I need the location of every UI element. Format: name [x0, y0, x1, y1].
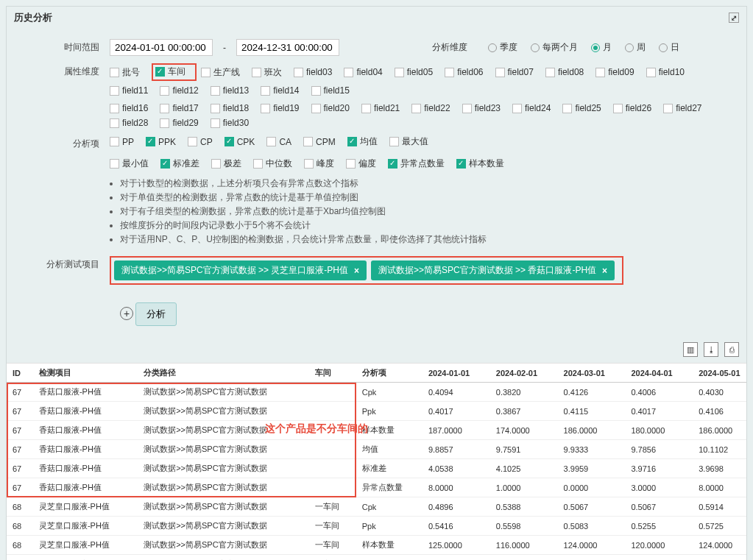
checkbox-min[interactable]: 最小值 — [110, 157, 149, 170]
checkbox-range[interactable]: 极差 — [211, 157, 241, 170]
checkbox-median[interactable]: 中位数 — [253, 157, 292, 170]
checkbox-f26[interactable]: field26 — [613, 103, 651, 113]
table-row: 68灵芝皇口服液-PH值测试数据>>简易SPC官方测试数据一车间均值11.781… — [7, 555, 746, 561]
table-header: 2024-05-01 — [693, 364, 746, 383]
checkbox-f17[interactable]: field17 — [160, 103, 198, 113]
checkbox-ca[interactable]: CA — [266, 137, 291, 147]
export-icon[interactable]: ⭳ — [704, 342, 718, 357]
checkbox-f03[interactable]: field03 — [294, 67, 332, 77]
tags-annotation-box: 测试数据>>简易SPC官方测试数据 >> 灵芝皇口服液-PH值×测试数据>>简易… — [110, 256, 623, 285]
checkbox-abn[interactable]: 异常点数量 — [388, 157, 445, 170]
tag-close-icon[interactable]: × — [354, 266, 359, 276]
date-dash: - — [223, 43, 226, 53]
checkbox-f19[interactable]: field19 — [261, 103, 299, 113]
checkbox-f04[interactable]: field04 — [344, 67, 382, 77]
expand-icon[interactable]: ⤢ — [729, 13, 739, 23]
checkbox-f10[interactable]: field10 — [646, 67, 685, 77]
checkbox-f23[interactable]: field23 — [462, 103, 501, 113]
checkbox-std[interactable]: 标准差 — [160, 157, 199, 170]
radio-quarter[interactable]: 季度 — [488, 41, 517, 54]
table-row: 67香菇口服液-PH值测试数据>>简易SPC官方测试数据Ppk0.40170.3… — [7, 402, 746, 421]
checkbox-f06[interactable]: field06 — [445, 67, 483, 77]
print-icon[interactable]: ⎙ — [724, 342, 739, 357]
attr-dim-label: 属性维度 — [36, 63, 110, 78]
checkbox-skew[interactable]: 偏度 — [346, 157, 376, 170]
table-header: 分析项 — [356, 364, 423, 383]
radio-week[interactable]: 周 — [625, 41, 646, 54]
checkbox-max[interactable]: 最大值 — [389, 135, 428, 148]
analyze-button[interactable]: 分析 — [135, 302, 177, 326]
tag-0[interactable]: 测试数据>>简易SPC官方测试数据 >> 灵芝皇口服液-PH值× — [114, 260, 367, 280]
table-row: 68灵芝皇口服液-PH值测试数据>>简易SPC官方测试数据一车间Cpk0.489… — [7, 497, 746, 517]
table-row: 67香菇口服液-PH值测试数据>>简易SPC官方测试数据异常点数量8.00001… — [7, 478, 746, 497]
annotation-text: 这个产品是不分车间的 — [265, 422, 368, 436]
table-header: 2024-02-01 — [490, 364, 558, 383]
table-row: 67香菇口服液-PH值测试数据>>简易SPC官方测试数据Cpk0.40940.3… — [7, 383, 746, 402]
checkbox-cpk[interactable]: CPK — [225, 137, 255, 147]
table-row: 67香菇口服液-PH值测试数据>>简易SPC官方测试数据标准差4.05384.1… — [7, 459, 746, 478]
checkbox-f12[interactable]: field12 — [160, 85, 198, 96]
tag-1[interactable]: 测试数据>>简易SPC官方测试数据 >> 香菇口服液-PH值× — [371, 260, 615, 280]
checkbox-f05[interactable]: field05 — [395, 67, 433, 77]
items-label: 分析测试项目 — [36, 256, 110, 271]
checkbox-cp[interactable]: CP — [188, 137, 213, 147]
table-header: 2024-03-01 — [558, 364, 626, 383]
date-from-input[interactable] — [110, 39, 213, 56]
table-header: 2024-01-01 — [423, 364, 490, 383]
checkbox-f29[interactable]: field29 — [160, 118, 198, 128]
page-title: 历史分析 — [14, 11, 52, 24]
barcode-icon[interactable]: ▥ — [683, 342, 698, 357]
checkbox-f15[interactable]: field15 — [311, 85, 350, 96]
tag-close-icon[interactable]: × — [602, 266, 607, 276]
dimension-label: 分析维度 — [432, 41, 467, 54]
checkbox-f24[interactable]: field24 — [512, 103, 551, 113]
table-header: 检测项目 — [33, 364, 138, 383]
table-row: 68灵芝皇口服液-PH值测试数据>>简易SPC官方测试数据一车间Ppk0.541… — [7, 517, 746, 536]
checkbox-f28[interactable]: field28 — [110, 118, 148, 128]
table-row: 67香菇口服液-PH值测试数据>>简易SPC官方测试数据样本数量187.0000… — [7, 421, 746, 440]
checkbox-batch[interactable]: 批号 — [110, 66, 140, 79]
checkbox-shift[interactable]: 班次 — [252, 66, 282, 79]
metric-label: 分析项 — [36, 135, 110, 150]
table-header: 车间 — [309, 364, 356, 383]
checkbox-samp[interactable]: 样本数量 — [456, 157, 504, 170]
radio-month[interactable]: 月 — [591, 41, 612, 54]
table-row: 67香菇口服液-PH值测试数据>>简易SPC官方测试数据均值9.88579.75… — [7, 440, 746, 459]
table-row: 68灵芝皇口服液-PH值测试数据>>简易SPC官方测试数据一车间样本数量125.… — [7, 536, 746, 555]
time-range-label: 时间范围 — [36, 39, 110, 54]
add-item-button[interactable]: + — [120, 307, 133, 320]
checkbox-f18[interactable]: field18 — [211, 103, 249, 113]
notes-list: 对于计数型的检测数据，上述分析项只会有异常点数这个指标对于单值类型的检测数据，异… — [120, 177, 717, 246]
checkbox-f22[interactable]: field22 — [411, 103, 450, 113]
checkbox-f07[interactable]: field07 — [495, 67, 534, 77]
checkbox-workshop[interactable]: 车间 — [155, 65, 185, 78]
checkbox-cpm[interactable]: CPM — [303, 137, 336, 147]
checkbox-f13[interactable]: field13 — [211, 85, 249, 96]
checkbox-f08[interactable]: field08 — [545, 67, 584, 77]
radio-bimonth[interactable]: 每两个月 — [531, 41, 578, 54]
checkbox-f20[interactable]: field20 — [311, 103, 350, 113]
radio-day[interactable]: 日 — [659, 41, 679, 54]
checkbox-f11[interactable]: field11 — [110, 85, 148, 96]
checkbox-f14[interactable]: field14 — [261, 85, 299, 96]
checkbox-f09[interactable]: field09 — [595, 67, 634, 77]
checkbox-f25[interactable]: field25 — [562, 103, 601, 113]
table-header: ID — [7, 364, 33, 383]
date-to-input[interactable] — [236, 39, 339, 56]
checkbox-pp[interactable]: PP — [110, 137, 134, 147]
checkbox-mean[interactable]: 均值 — [347, 135, 378, 148]
checkbox-f30[interactable]: field30 — [211, 118, 249, 128]
checkbox-f16[interactable]: field16 — [110, 103, 148, 113]
table-header: 分类路径 — [138, 364, 309, 383]
checkbox-f21[interactable]: field21 — [361, 103, 400, 113]
checkbox-line[interactable]: 生产线 — [201, 66, 240, 79]
checkbox-kurt[interactable]: 峰度 — [304, 157, 334, 170]
table-header: 2024-04-01 — [625, 364, 693, 383]
checkbox-ppk[interactable]: PPK — [146, 137, 176, 147]
results-table: ID检测项目分类路径车间分析项2024-01-012024-02-012024-… — [7, 364, 746, 560]
checkbox-f27[interactable]: field27 — [663, 103, 701, 113]
